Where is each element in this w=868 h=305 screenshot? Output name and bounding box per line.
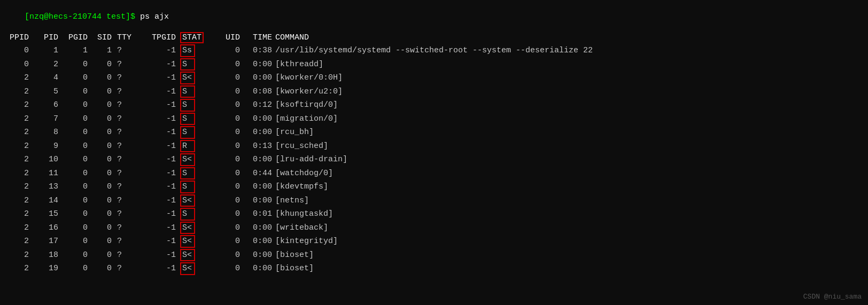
cell-ppid: 2: [5, 194, 32, 208]
stat-value: S: [180, 58, 195, 71]
cell-uid: 0: [214, 126, 243, 139]
cell-command: [bioset]: [275, 262, 863, 276]
cell-pid: 15: [32, 207, 61, 221]
stat-value: R: [180, 140, 195, 153]
cell-ppid: 2: [5, 112, 32, 126]
cell-time: 0:00: [243, 112, 275, 126]
table-row: 21100?-1S00:44[watchdog/0]: [5, 167, 863, 181]
cell-sid: 0: [91, 248, 115, 262]
cell-time: 0:01: [243, 207, 275, 221]
cell-tpgid: -1: [139, 112, 179, 126]
table-row: 0111?-1Ss00:38/usr/lib/systemd/systemd -…: [5, 44, 863, 58]
cell-tpgid: -1: [139, 139, 179, 153]
cell-tpgid: -1: [139, 85, 179, 99]
cell-time: 0:12: [243, 98, 275, 112]
cell-tpgid: -1: [139, 71, 179, 85]
cell-time: 0:00: [243, 71, 275, 85]
stat-value: S<: [180, 262, 195, 275]
cell-uid: 0: [214, 167, 243, 181]
cell-tty: ?: [115, 139, 139, 153]
cell-uid: 0: [214, 153, 243, 167]
stat-value: S<: [180, 153, 195, 166]
cell-pid: 19: [32, 262, 61, 276]
command-text: ps ajx: [135, 12, 169, 21]
stat-value: S: [180, 181, 195, 193]
header-uid: UID: [214, 32, 243, 44]
table-row: 21500?-1S00:01[khungtaskd]: [5, 207, 863, 221]
table-row: 2900?-1R00:13[rcu_sched]: [5, 139, 863, 153]
header-sid: SID: [91, 32, 115, 44]
cell-tty: ?: [115, 234, 139, 248]
cell-uid: 0: [214, 98, 243, 112]
header-tty: TTY: [115, 32, 139, 44]
cell-tty: ?: [115, 58, 139, 72]
table-row: 0200?-1S00:00[kthreadd]: [5, 58, 863, 72]
cell-pgid: 0: [61, 262, 91, 276]
cell-ppid: 0: [5, 44, 32, 58]
stat-value: S: [180, 208, 195, 221]
cell-sid: 0: [91, 207, 115, 221]
cell-uid: 0: [214, 180, 243, 194]
cell-tty: ?: [115, 167, 139, 181]
cell-stat: S: [179, 112, 214, 126]
cell-pid: 2: [32, 58, 61, 72]
cell-ppid: 2: [5, 262, 32, 276]
cell-tpgid: -1: [139, 194, 179, 208]
cell-tty: ?: [115, 221, 139, 235]
cell-sid: 0: [91, 167, 115, 181]
header-time: TIME: [243, 32, 275, 44]
cell-sid: 0: [91, 139, 115, 153]
cell-pgid: 0: [61, 234, 91, 248]
cell-command: [ksoftirqd/0]: [275, 98, 863, 112]
cell-stat: S: [179, 167, 214, 181]
cell-pid: 4: [32, 71, 61, 85]
cell-uid: 0: [214, 262, 243, 276]
cell-ppid: 2: [5, 221, 32, 235]
cell-sid: 0: [91, 58, 115, 72]
cell-pid: 7: [32, 112, 61, 126]
cell-sid: 0: [91, 98, 115, 112]
cell-time: 0:44: [243, 167, 275, 181]
table-row: 2800?-1S00:00[rcu_bh]: [5, 126, 863, 139]
cell-stat: S<: [179, 234, 214, 248]
cell-sid: 0: [91, 234, 115, 248]
cell-tty: ?: [115, 71, 139, 85]
cell-pgid: 0: [61, 194, 91, 208]
cell-stat: S<: [179, 194, 214, 208]
cell-sid: 1: [91, 44, 115, 58]
stat-value: S: [180, 85, 195, 98]
stat-value: Ss: [180, 44, 195, 57]
cell-sid: 0: [91, 221, 115, 235]
table-row: 21600?-1S<00:00[writeback]: [5, 221, 863, 235]
cell-pid: 8: [32, 126, 61, 139]
cell-stat: S: [179, 180, 214, 194]
cell-time: 0:13: [243, 139, 275, 153]
cell-tpgid: -1: [139, 126, 179, 139]
cell-time: 0:00: [243, 234, 275, 248]
stat-value: S<: [180, 222, 195, 234]
cell-pid: 14: [32, 194, 61, 208]
table-header-row: PPID PID PGID SID TTY TPGID STAT UID TIM…: [5, 32, 863, 44]
cell-sid: 0: [91, 180, 115, 194]
cell-pid: 18: [32, 248, 61, 262]
cell-tty: ?: [115, 207, 139, 221]
cell-stat: S<: [179, 248, 214, 262]
cell-time: 0:00: [243, 126, 275, 139]
table-row: 2700?-1S00:00[migration/0]: [5, 112, 863, 126]
prompt-text: [nzq@hecs-210744 test]$: [25, 12, 135, 21]
cell-uid: 0: [214, 58, 243, 72]
cell-command: [kthreadd]: [275, 58, 863, 72]
cell-sid: 0: [91, 153, 115, 167]
cell-time: 0:00: [243, 262, 275, 276]
cell-tpgid: -1: [139, 234, 179, 248]
cell-time: 0:08: [243, 85, 275, 99]
cell-uid: 0: [214, 207, 243, 221]
cell-tpgid: -1: [139, 98, 179, 112]
cell-command: [kworker/0:0H]: [275, 71, 863, 85]
cell-tty: ?: [115, 248, 139, 262]
table-row: 21700?-1S<00:00[kintegrityd]: [5, 234, 863, 248]
table-row: 21300?-1S00:00[kdevtmpfs]: [5, 180, 863, 194]
cell-command: [kworker/u2:0]: [275, 85, 863, 99]
cell-time: 0:00: [243, 221, 275, 235]
cell-stat: S<: [179, 262, 214, 276]
